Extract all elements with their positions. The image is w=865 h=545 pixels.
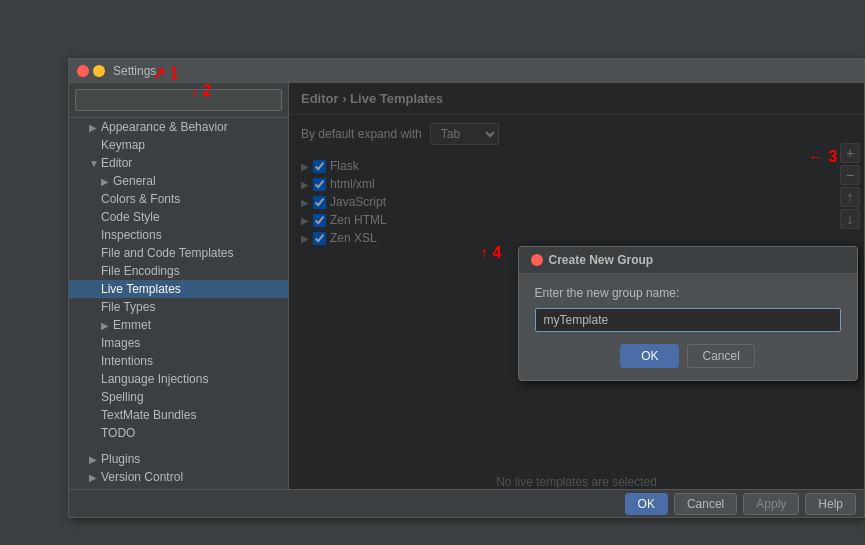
- settings-window: Settings ▶ Appearance & Behavior Keymap …: [68, 58, 865, 518]
- tree-item-file-types[interactable]: File Types: [69, 298, 288, 316]
- tree-item-plugins[interactable]: ▶ Plugins: [69, 450, 288, 468]
- tree-item-file-code-templates[interactable]: File and Code Templates: [69, 244, 288, 262]
- search-input[interactable]: [75, 89, 282, 111]
- arrow-icon: ▶: [101, 176, 113, 187]
- tree-item-appearance[interactable]: ▶ Appearance & Behavior: [69, 118, 288, 136]
- modal-body: Enter the new group name: OK Cancel: [519, 274, 857, 380]
- modal-title: Create New Group: [549, 253, 654, 267]
- modal-cancel-button[interactable]: Cancel: [687, 344, 754, 368]
- minimize-button[interactable]: [93, 65, 105, 77]
- settings-body: ▶ Appearance & Behavior Keymap ▼ Editor …: [69, 83, 864, 489]
- settings-bottom-panel: OK Cancel Apply Help: [69, 489, 864, 517]
- tree-item-inspections[interactable]: Inspections: [69, 226, 288, 244]
- help-button[interactable]: Help: [805, 493, 856, 515]
- tree-item-version-control[interactable]: ▶ Version Control: [69, 468, 288, 486]
- arrow-icon: ▶: [101, 320, 113, 331]
- settings-left-panel: ▶ Appearance & Behavior Keymap ▼ Editor …: [69, 83, 289, 489]
- modal-overlay: Create New Group Enter the new group nam…: [289, 83, 864, 489]
- arrow-icon: ▶: [89, 454, 101, 465]
- settings-title: Settings: [113, 64, 156, 78]
- settings-titlebar: Settings: [69, 59, 864, 83]
- create-new-group-dialog: Create New Group Enter the new group nam…: [518, 246, 858, 381]
- arrow-icon: ▶: [89, 122, 101, 133]
- ok-button[interactable]: OK: [625, 493, 668, 515]
- cancel-button[interactable]: Cancel: [674, 493, 737, 515]
- search-box: [69, 83, 288, 118]
- arrow-icon: ▶: [89, 472, 101, 483]
- modal-titlebar: Create New Group: [519, 247, 857, 274]
- tree-item-images[interactable]: Images: [69, 334, 288, 352]
- modal-buttons: OK Cancel: [535, 344, 841, 368]
- tree-item-emmet[interactable]: ▶ Emmet: [69, 316, 288, 334]
- tree-item-live-templates[interactable]: Live Templates: [69, 280, 288, 298]
- modal-close-button[interactable]: [531, 254, 543, 266]
- tree-item-file-encodings[interactable]: File Encodings: [69, 262, 288, 280]
- close-button[interactable]: [77, 65, 89, 77]
- tree-item-keymap[interactable]: Keymap: [69, 136, 288, 154]
- settings-right-panel: Editor › Live Templates By default expan…: [289, 83, 864, 489]
- tree-item-textmate-bundles[interactable]: TextMate Bundles: [69, 406, 288, 424]
- modal-label: Enter the new group name:: [535, 286, 841, 300]
- tree-item-intentions[interactable]: Intentions: [69, 352, 288, 370]
- group-name-input[interactable]: [535, 308, 841, 332]
- tree-item-editor[interactable]: ▼ Editor: [69, 154, 288, 172]
- arrow-icon: ▼: [89, 158, 101, 169]
- tree-item-colors-fonts[interactable]: Colors & Fonts: [69, 190, 288, 208]
- modal-ok-button[interactable]: OK: [620, 344, 679, 368]
- tree-item-code-style[interactable]: Code Style: [69, 208, 288, 226]
- tree-item-general[interactable]: ▶ General: [69, 172, 288, 190]
- apply-button[interactable]: Apply: [743, 493, 799, 515]
- tree-item-todo[interactable]: TODO: [69, 424, 288, 442]
- tree-item-spelling[interactable]: Spelling: [69, 388, 288, 406]
- tree-item-language-injections[interactable]: Language Injections: [69, 370, 288, 388]
